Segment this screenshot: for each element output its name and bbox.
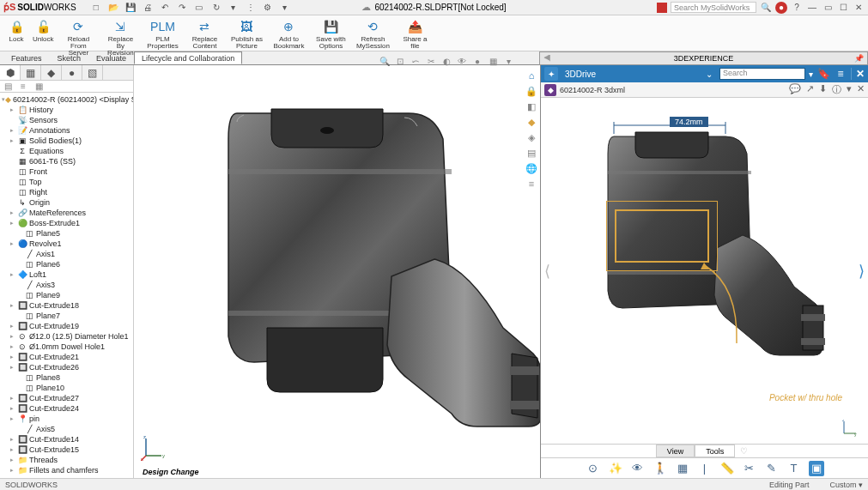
close-file-icon[interactable]: ✕ [857, 83, 865, 96]
tree-item[interactable]: ▸🔲Cut-Extrude15 [0, 445, 133, 455]
feature-tree-tab[interactable]: ⬢ [0, 65, 21, 80]
menu-icon[interactable]: ≡ [834, 68, 847, 80]
tree-item[interactable]: ▸🔲Cut-Extrude24 [0, 403, 133, 414]
3dplay-viewport[interactable]: ⟨ ⟩ 74.2mm [541, 98, 868, 444]
tree-item[interactable]: ◫Plane10 [0, 383, 133, 393]
print-icon[interactable]: 🖨 [142, 2, 154, 14]
text-icon[interactable]: T [786, 461, 802, 476]
visibility-icon[interactable]: 👁 [630, 461, 646, 476]
3dplay-tab-tools[interactable]: Tools [695, 445, 735, 457]
tree-item[interactable]: ▸📍pin [0, 414, 133, 424]
tree-item[interactable]: ▸🔵Revolve1 [0, 239, 133, 249]
layout-icon[interactable]: ▭ [822, 2, 834, 14]
tree-item[interactable]: ▸▣Solid Bodies(1) [0, 136, 133, 146]
tree-item[interactable]: ◫Plane8 [0, 372, 133, 383]
tree-item[interactable]: ◫Plane6 [0, 259, 133, 269]
tree-item[interactable]: ◫Plane7 [0, 311, 133, 321]
options-icon[interactable]: ▾ [228, 2, 240, 14]
walk-icon[interactable]: 🚶 [653, 461, 668, 476]
ribbon-bookmark-button[interactable]: ⊕Add to Bookmark [269, 17, 308, 51]
3dplay-tab-view[interactable]: View [656, 445, 695, 457]
tree-item[interactable]: ◫Right [0, 187, 133, 197]
undo-icon[interactable]: ↶ [159, 2, 171, 14]
info-icon[interactable]: ⓘ [832, 83, 841, 96]
ribbon-refresh-session-button[interactable]: ⟲Refresh MySession [353, 17, 392, 51]
tree-item[interactable]: ▸🔲Cut-Extrude21 [0, 352, 133, 362]
tab-lifecycle-and-collaboration[interactable]: Lifecycle and Collaboration [134, 51, 242, 64]
settings-icon[interactable]: ⚙ [262, 2, 274, 14]
zoom-fit-icon[interactable]: 🔍 [379, 55, 391, 67]
3dx-search-input[interactable]: Search [719, 68, 805, 80]
tree-item[interactable]: ◫Plane5 [0, 228, 133, 239]
hide-show-icon[interactable]: 👁 [456, 55, 468, 67]
tree-item[interactable]: 📡Sensors [0, 115, 133, 125]
dropdown-icon[interactable]: ▾ [279, 2, 291, 14]
share-icon[interactable]: ↗ [806, 83, 814, 96]
ribbon-save-opts-button[interactable]: 💾Save with Options [311, 17, 350, 51]
close-window-icon[interactable]: ✕ [853, 2, 865, 14]
tree-item[interactable]: ▸🟢Boss-Extrude1 [0, 218, 133, 228]
tab-evaluate[interactable]: Evaluate [88, 51, 134, 64]
apply-scene-icon[interactable]: ▦ [487, 55, 499, 67]
prev-slide-icon[interactable]: ⟨ [544, 262, 550, 281]
tree-item[interactable]: ▸🔲Cut-Extrude18 [0, 300, 133, 311]
rebuild-icon[interactable]: ↻ [210, 2, 222, 14]
tree-secondary-2[interactable]: ≡ [15, 81, 31, 92]
comment-icon[interactable]: 💬 [789, 83, 801, 96]
zoom-area-icon[interactable]: ⊡ [394, 55, 406, 67]
section-icon[interactable]: ✂ [425, 55, 437, 67]
tree-item[interactable]: ▸🔲Cut-Extrude19 [0, 321, 133, 331]
3d-viewport[interactable]: 🔍⊡⤺✂◐👁●▦▾ ⌂🔒◧◆◈▤🌐≡ [134, 65, 540, 478]
ribbon-lock-button[interactable]: 🔒Lock [5, 17, 27, 44]
open-icon[interactable]: 📂 [107, 2, 119, 14]
explode-icon[interactable]: ✨ [608, 461, 623, 476]
tree-item[interactable]: ▸🔲Cut-Extrude27 [0, 393, 133, 403]
status-units-dropdown[interactable]: Custom ▾ [829, 481, 863, 489]
tree-item[interactable]: ╱Axis3 [0, 280, 133, 290]
tree-item[interactable]: ▸🔲Cut-Extrude26 [0, 362, 133, 372]
notifications-icon[interactable]: ● [775, 2, 787, 14]
new-icon[interactable]: □ [90, 2, 102, 14]
tree-secondary-3[interactable]: ▦ [31, 81, 46, 92]
home-icon[interactable]: ⌂ [525, 69, 538, 82]
search-dd-icon[interactable]: ▾ [809, 70, 813, 79]
measure-icon[interactable]: 📏 [719, 461, 735, 476]
pen-icon[interactable]: ✎ [764, 461, 780, 476]
sep-icon[interactable]: ⋮ [245, 2, 257, 14]
ribbon-publish-button[interactable]: 🖼Publish as Picture [227, 17, 266, 51]
tree-item[interactable]: ◫Plane9 [0, 290, 133, 300]
tree-item[interactable]: ▸🔲Cut-Extrude14 [0, 434, 133, 445]
tree-item[interactable]: ▸⊙Ø12.0 (12.5) Diameter Hole1 [0, 331, 133, 342]
conf-tab[interactable]: ▦ [21, 65, 41, 80]
tree-item[interactable]: ◫Front [0, 166, 133, 177]
next-slide-icon[interactable]: ⟩ [859, 262, 865, 281]
3ddrive-label[interactable]: 3DDrive [561, 70, 599, 79]
compass-icon[interactable]: ✦ [544, 67, 558, 81]
tree-item[interactable]: ▸⊙Ø1.0mm Dowel Hole1 [0, 342, 133, 352]
tree-item[interactable]: ΣEquations [0, 146, 133, 156]
redo-icon[interactable]: ↷ [176, 2, 188, 14]
display-style-icon[interactable]: ◐ [440, 55, 452, 67]
tree-item[interactable]: ╱Axis5 [0, 424, 133, 434]
tree-item[interactable]: ▸📝Annotations [0, 125, 133, 136]
ribbon-share-button[interactable]: 📤Share a file [395, 17, 434, 51]
ribbon-replace-content-button[interactable]: ⇄Replace Content [185, 17, 224, 51]
tree-item[interactable]: ▸🔷Loft1 [0, 269, 133, 280]
help-icon[interactable]: ? [791, 2, 803, 14]
box3d-icon[interactable]: ▣ [809, 461, 824, 476]
search-icon[interactable]: 🔍 [760, 2, 772, 14]
select-icon[interactable]: ▭ [193, 2, 205, 14]
tree-root[interactable]: ▾◆ 60214002-R (60214002) <Display St.. [0, 94, 133, 105]
3d-part-model[interactable] [185, 88, 546, 448]
tree-item[interactable]: ▸📋History [0, 105, 133, 115]
close-panel-icon[interactable]: ✕ [851, 68, 865, 80]
display-tab[interactable]: ◆ [41, 65, 62, 80]
tab-sketch[interactable]: Sketch [50, 51, 89, 64]
tree-item[interactable]: ▸📁Fillets and chamfers [0, 465, 133, 475]
section-icon[interactable]: ✂ [742, 461, 757, 476]
view-icon[interactable]: ▦ [675, 461, 690, 476]
ribbon-plm-button[interactable]: PLMPLM Properties [143, 17, 182, 51]
view-settings-icon[interactable]: ▾ [502, 55, 514, 67]
expand-icon[interactable]: ⯇ [543, 54, 551, 63]
favorite-icon[interactable]: ♡ [735, 445, 753, 457]
